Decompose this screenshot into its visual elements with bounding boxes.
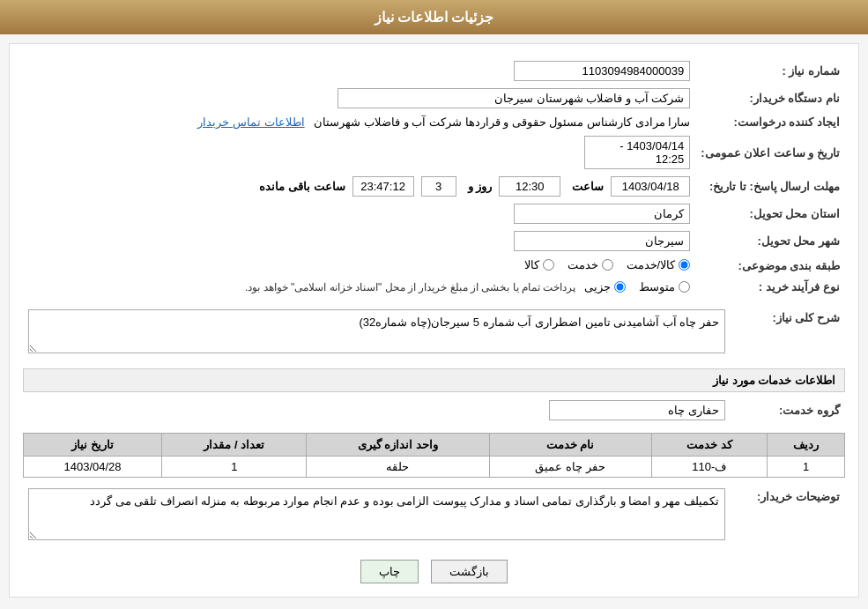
purchase-label-medium: متوسط	[639, 280, 675, 293]
col-row: ردیف	[767, 434, 844, 457]
table-header-row: ردیف کد خدمت نام خدمت واحد اندازه گیری ت…	[24, 434, 845, 457]
creator-link[interactable]: اطلاعات تماس خریدار	[197, 115, 304, 129]
reply-time-label: ساعت	[572, 180, 604, 193]
category-option-goods-services: کالا/خدمت	[627, 258, 691, 271]
buyer-notes-label: توضیحات خریدار:	[731, 485, 845, 546]
col-quantity: تعداد / مقدار	[162, 434, 307, 457]
reply-remaining: 23:47:12	[352, 176, 414, 197]
province-label: استان محل تحویل:	[695, 200, 845, 227]
city-value: سیرجان	[514, 231, 690, 251]
category-row: طبقه بندی موضوعی: کالا/خدمت خدمت	[23, 255, 845, 277]
buyer-notes-textarea[interactable]	[28, 488, 725, 540]
cell-name: حفر چاه عمیق	[489, 457, 651, 478]
col-code: کد خدمت	[651, 434, 767, 457]
announce-row: تاریخ و ساعت اعلان عمومی: 1403/04/14 - 1…	[23, 132, 845, 173]
category-radio-service[interactable]	[602, 259, 613, 271]
purchase-radio-medium[interactable]	[679, 281, 690, 293]
service-group-label: گروه خدمت:	[731, 397, 845, 424]
category-option-service: خدمت	[568, 258, 613, 271]
service-group-table: گروه خدمت: حفاری چاه	[23, 397, 845, 424]
purchase-type-label: نوع فرآیند خرید :	[695, 277, 845, 297]
main-form-table: شماره نیاز : 1103094984000039 نام دستگاه…	[23, 57, 845, 297]
creator-value: سارا مرادی کارشناس مسئول حقوقی و قراردها…	[314, 115, 690, 129]
category-label-goods-services: کالا/خدمت	[627, 258, 676, 271]
purchase-label-small: جزیی	[584, 280, 611, 293]
category-label-service: خدمت	[568, 258, 598, 271]
cell-row: 1	[767, 457, 844, 478]
creator-row: ایجاد کننده درخواست: سارا مرادی کارشناس …	[23, 112, 845, 132]
province-row: استان محل تحویل: کرمان	[23, 200, 845, 227]
col-unit: واحد اندازه گیری	[307, 434, 489, 457]
city-label: شهر محل تحویل:	[695, 227, 845, 255]
table-header: ردیف کد خدمت نام خدمت واحد اندازه گیری ت…	[24, 434, 845, 457]
purchase-radio-group: متوسط جزیی	[584, 280, 690, 293]
purchase-note: پرداخت تمام یا بخشی از مبلغ خریدار از مح…	[245, 281, 575, 293]
content-area: شماره نیاز : 1103094984000039 نام دستگاه…	[9, 43, 859, 598]
need-number-label: شماره نیاز :	[695, 57, 845, 85]
purchase-option-small: جزیی	[584, 280, 626, 293]
buyer-notes-row: توضیحات خریدار:	[23, 485, 845, 546]
service-group-row: گروه خدمت: حفاری چاه	[23, 397, 845, 424]
buyer-org-label: نام دستگاه خریدار:	[695, 85, 845, 112]
need-description-textarea[interactable]	[28, 309, 725, 353]
province-value: کرمان	[514, 204, 690, 224]
page-header: جزئیات اطلاعات نیاز	[0, 0, 868, 34]
creator-label: ایجاد کننده درخواست:	[695, 112, 845, 132]
city-row: شهر محل تحویل: سیرجان	[23, 227, 845, 255]
reply-deadline-container: 1403/04/18 ساعت 12:30 روز و 3 23:47:12 س…	[28, 176, 690, 197]
back-button[interactable]: بازگشت	[431, 560, 508, 583]
purchase-radio-small[interactable]	[614, 281, 626, 293]
reply-days-label: روز و	[468, 180, 493, 193]
reply-remaining-label: ساعت باقی مانده	[259, 180, 345, 193]
page-title: جزئیات اطلاعات نیاز	[375, 10, 494, 25]
col-name: نام خدمت	[489, 434, 651, 457]
cell-unit: حلقه	[307, 457, 489, 478]
service-group-value: حفاری چاه	[549, 400, 725, 420]
category-label: طبقه بندی موضوعی:	[695, 255, 845, 277]
need-description-label: شرح کلی نیاز:	[731, 306, 845, 360]
announce-datetime-value: 1403/04/14 - 12:25	[584, 136, 690, 169]
services-data-table: ردیف کد خدمت نام خدمت واحد اندازه گیری ت…	[23, 433, 845, 478]
reply-deadline-row: مهلت ارسال پاسخ: تا تاریخ: 1403/04/18 سا…	[23, 173, 845, 200]
buyer-notes-table: توضیحات خریدار:	[23, 485, 845, 546]
purchase-type-container: متوسط جزیی پرداخت تمام یا بخشی از مبلغ خ…	[28, 280, 690, 293]
category-radio-group: کالا/خدمت خدمت کالا	[524, 258, 691, 271]
purchase-type-row: نوع فرآیند خرید : متوسط جزیی	[23, 277, 845, 297]
need-number-row: شماره نیاز : 1103094984000039	[23, 57, 845, 85]
reply-deadline-label: مهلت ارسال پاسخ: تا تاریخ:	[695, 173, 845, 200]
category-radio-goods[interactable]	[543, 259, 554, 271]
cell-date: 1403/04/28	[24, 457, 162, 478]
buyer-org-row: نام دستگاه خریدار: شرکت آب و فاضلاب شهرس…	[23, 85, 845, 112]
description-form-table: شرح کلی نیاز:	[23, 306, 845, 360]
reply-date: 1403/04/18	[611, 176, 690, 197]
services-section-title: اطلاعات خدمات مورد نیاز	[23, 368, 845, 392]
announce-label: تاریخ و ساعت اعلان عمومی:	[695, 132, 845, 173]
cell-code: ف-110	[651, 457, 767, 478]
category-label-goods: کالا	[524, 258, 539, 271]
buyer-org-value: شرکت آب و فاضلاب شهرستان سیرجان	[338, 88, 690, 108]
buttons-row: بازگشت چاپ	[23, 560, 845, 583]
category-radio-goods-services[interactable]	[679, 259, 690, 271]
page-wrapper: جزئیات اطلاعات نیاز شماره نیاز : 1103094…	[0, 0, 868, 609]
purchase-option-medium: متوسط	[639, 280, 690, 293]
cell-quantity: 1	[162, 457, 307, 478]
col-date: تاریخ نیاز	[24, 434, 162, 457]
need-description-row: شرح کلی نیاز:	[23, 306, 845, 360]
print-button[interactable]: چاپ	[360, 560, 419, 583]
reply-days: 3	[421, 176, 456, 197]
table-row: 1ف-110حفر چاه عمیقحلقه11403/04/28	[24, 457, 845, 478]
reply-time: 12:30	[499, 176, 560, 197]
need-number-value: 1103094984000039	[514, 61, 690, 81]
table-body: 1ف-110حفر چاه عمیقحلقه11403/04/28	[24, 457, 845, 478]
category-option-goods: کالا	[524, 258, 554, 271]
